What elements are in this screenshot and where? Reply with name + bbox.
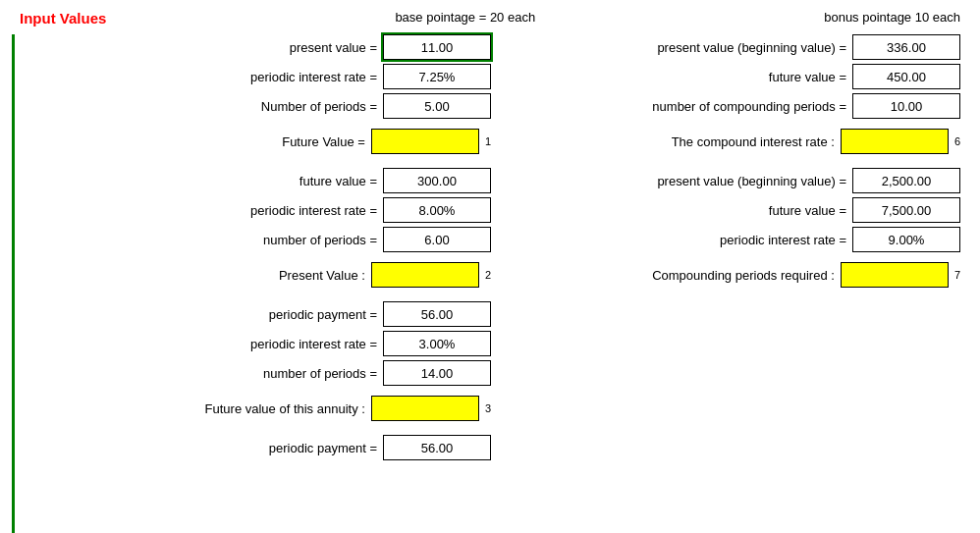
section-annuity-fv: periodic payment = periodic interest rat… — [20, 301, 491, 421]
rlabel-rate-2: periodic interest rate = — [720, 233, 846, 247]
result-row-present-value: Present Value : 2 — [20, 262, 491, 288]
label-periods-2: number of periods = — [263, 233, 377, 247]
label-periodic-rate-2: periodic interest rate = — [250, 203, 377, 218]
rinput-pv-1[interactable] — [852, 34, 960, 60]
input-payment-2[interactable] — [383, 435, 491, 460]
input-periods-2[interactable] — [383, 227, 491, 252]
annuity-fv-result-wrapper: 3 — [371, 396, 491, 421]
bonus-pointage-note: bonus pointage 10 each — [824, 10, 960, 25]
rresult-row-compound-rate: The compound interest rate : 6 — [491, 129, 960, 154]
rlabel-fv-1: future value = — [769, 70, 846, 84]
rinput-compounding-periods-result[interactable] — [841, 262, 949, 288]
label-annuity-fv-result: Future value of this annuity : — [205, 401, 365, 416]
result-row-future-value: Future Value = 1 — [20, 129, 491, 154]
rfield-row-periods-1: number of compounding periods = — [491, 93, 960, 119]
rfield-row-rate-2: periodic interest rate = — [491, 227, 960, 252]
rlabel-pv-1: present value (beginning value) = — [657, 40, 846, 55]
field-row-future-value-2: future value = — [20, 168, 491, 193]
rinput-pv-2[interactable] — [852, 168, 960, 193]
input-annuity-fv-result[interactable] — [371, 396, 479, 421]
main-cols: present value = periodic interest rate =… — [20, 34, 960, 474]
field-row-periodic-rate-2: periodic interest rate = — [20, 197, 491, 223]
future-value-result-wrapper: 1 — [371, 129, 491, 154]
label-present-value-result: Present Value : — [279, 268, 365, 283]
base-pointage-note: base pointage = 20 each — [395, 10, 535, 25]
page-title: Input Values — [20, 10, 106, 27]
rfield-row-fv-1: future value = — [491, 64, 960, 89]
section-number-3: 3 — [485, 402, 491, 414]
page-container: Input Values base pointage = 20 each bon… — [0, 0, 980, 533]
label-payment-1: periodic payment = — [269, 307, 377, 322]
field-row-periods-2: number of periods = — [20, 227, 491, 252]
input-periods-1[interactable] — [383, 93, 491, 119]
compounding-periods-result-wrapper: 7 — [841, 262, 960, 288]
input-future-value-2[interactable] — [383, 168, 491, 193]
left-column: present value = periodic interest rate =… — [20, 34, 491, 474]
label-periodic-rate-3: periodic interest rate = — [250, 337, 377, 351]
label-present-value: present value = — [290, 40, 377, 55]
result-row-annuity-fv: Future value of this annuity : 3 — [20, 396, 491, 421]
label-future-value-result: Future Value = — [282, 134, 365, 149]
rlabel-pv-2: present value (beginning value) = — [657, 174, 846, 188]
label-periods-3: number of periods = — [263, 366, 377, 381]
field-row-present-value: present value = — [20, 34, 491, 60]
right-column: present value (beginning value) = future… — [491, 34, 960, 301]
section-present-value: future value = periodic interest rate = … — [20, 168, 491, 288]
label-periodic-rate-1: periodic interest rate = — [250, 70, 377, 84]
input-present-value-result[interactable] — [371, 262, 479, 288]
rfield-row-fv-2: future value = — [491, 197, 960, 223]
rinput-rate-2[interactable] — [852, 227, 960, 252]
field-row-periodic-rate-3: periodic interest rate = — [20, 331, 491, 356]
rlabel-periods-1: number of compounding periods = — [652, 99, 846, 114]
label-periods-1: Number of periods = — [261, 99, 377, 114]
rsection-number-6: 6 — [954, 135, 960, 147]
rsection-compounding-periods: present value (beginning value) = future… — [491, 168, 960, 288]
section-partial-4: periodic payment = — [20, 435, 491, 460]
rinput-fv-2[interactable] — [852, 197, 960, 223]
field-row-periods-1: Number of periods = — [20, 93, 491, 119]
left-border-decoration — [12, 34, 15, 533]
field-row-periodic-rate-1: periodic interest rate = — [20, 64, 491, 89]
rinput-periods-1[interactable] — [852, 93, 960, 119]
section-future-value: present value = periodic interest rate =… — [20, 34, 491, 154]
rfield-row-pv-2: present value (beginning value) = — [491, 168, 960, 193]
input-present-value[interactable] — [383, 34, 491, 60]
label-payment-2: periodic payment = — [269, 441, 377, 455]
rlabel-compounding-periods-result: Compounding periods required : — [652, 268, 835, 283]
header-row: Input Values base pointage = 20 each bon… — [20, 10, 960, 27]
input-future-value-result[interactable] — [371, 129, 479, 154]
input-periodic-rate-3[interactable] — [383, 331, 491, 356]
rlabel-fv-2: future value = — [769, 203, 846, 218]
input-periods-3[interactable] — [383, 360, 491, 386]
rfield-row-pv-1: present value (beginning value) = — [491, 34, 960, 60]
present-value-result-wrapper: 2 — [371, 262, 491, 288]
field-row-payment-1: periodic payment = — [20, 301, 491, 327]
rresult-row-compounding-periods: Compounding periods required : 7 — [491, 262, 960, 288]
input-periodic-rate-1[interactable] — [383, 64, 491, 89]
compound-rate-result-wrapper: 6 — [841, 129, 960, 154]
field-row-payment-2: periodic payment = — [20, 435, 491, 460]
input-payment-1[interactable] — [383, 301, 491, 327]
field-row-periods-3: number of periods = — [20, 360, 491, 386]
rsection-number-7: 7 — [954, 269, 960, 281]
label-future-value-2: future value = — [299, 174, 377, 188]
rlabel-compound-rate-result: The compound interest rate : — [672, 134, 835, 149]
rinput-compound-rate-result[interactable] — [841, 129, 949, 154]
rsection-compound-rate: present value (beginning value) = future… — [491, 34, 960, 154]
rinput-fv-1[interactable] — [852, 64, 960, 89]
input-periodic-rate-2[interactable] — [383, 197, 491, 223]
